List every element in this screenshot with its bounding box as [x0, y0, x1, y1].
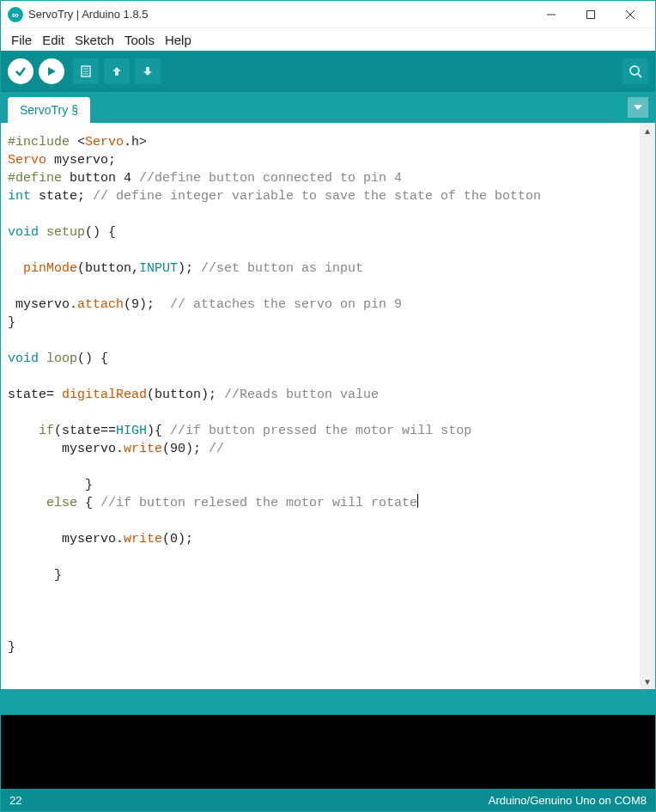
code-token: button — [62, 171, 116, 186]
code-token: state= — [8, 388, 62, 402]
code-token: //Reads button value — [216, 388, 379, 402]
code-token: () { — [85, 225, 116, 240]
code-token: < — [70, 135, 85, 150]
code-token: write — [124, 532, 162, 546]
code-token: INPUT — [139, 261, 178, 276]
svg-marker-4 — [48, 67, 56, 76]
code-token: // define integer variable to save the s… — [85, 189, 541, 204]
open-button[interactable] — [104, 58, 130, 84]
editor-area: #include <Servo.h> Servo myservo; #defin… — [1, 123, 655, 689]
code-token: //define button connected to pin 4 — [131, 171, 402, 186]
code-token: } — [8, 315, 15, 330]
code-token: Servo — [8, 153, 46, 168]
verify-button[interactable] — [8, 58, 33, 84]
status-line-number: 22 — [9, 794, 21, 807]
code-token — [8, 261, 23, 276]
window-title: ServoTry | Arduino 1.8.5 — [28, 8, 148, 21]
code-token: //if button pressed the motor will stop — [170, 424, 471, 438]
code-token: { — [77, 496, 100, 510]
tab-servotry[interactable]: ServoTry § — [8, 97, 90, 123]
minimize-button[interactable] — [531, 2, 571, 27]
code-token: int — [8, 189, 31, 204]
menu-sketch[interactable]: Sketch — [70, 31, 119, 49]
code-token: setup — [39, 225, 85, 240]
save-button[interactable] — [135, 58, 161, 84]
code-token: } — [8, 568, 62, 583]
code-token: loop — [39, 351, 77, 366]
maximize-button[interactable] — [571, 2, 610, 27]
menu-tools[interactable]: Tools — [119, 31, 160, 49]
code-token: HIGH — [116, 424, 147, 438]
status-board-port: Arduino/Genuino Uno on COM8 — [489, 794, 647, 807]
code-token: (0); — [162, 532, 193, 546]
menubar: File Edit Sketch Tools Help — [1, 28, 655, 51]
code-token: state; — [31, 189, 85, 204]
code-token: myservo. — [8, 442, 124, 456]
code-token — [8, 496, 46, 510]
code-token: #define — [8, 171, 62, 186]
titlebar: ∞ ServoTry | Arduino 1.8.5 — [1, 1, 655, 28]
svg-rect-1 — [587, 10, 595, 18]
menu-edit[interactable]: Edit — [37, 31, 70, 49]
menu-file[interactable]: File — [6, 31, 37, 49]
code-token: write — [124, 442, 162, 456]
scroll-down-icon[interactable]: ▼ — [640, 674, 655, 689]
statusbar: 22 Arduino/Genuino Uno on COM8 — [1, 789, 655, 811]
console-output[interactable] — [1, 715, 655, 789]
code-token: digitalRead — [62, 388, 147, 402]
svg-line-12 — [638, 74, 641, 77]
menu-help[interactable]: Help — [160, 31, 197, 49]
tabstrip: ServoTry § — [1, 92, 655, 123]
code-token: } — [8, 478, 93, 492]
code-token: (button); — [147, 388, 216, 402]
code-token: myservo. — [8, 297, 77, 312]
code-token: // — [209, 442, 224, 456]
code-token: .h> — [124, 135, 147, 150]
code-token: attach — [77, 297, 124, 312]
svg-marker-13 — [634, 105, 642, 110]
code-token: (90); — [162, 442, 209, 456]
code-token: // attaches the servo on pin 9 — [170, 297, 402, 312]
code-token: (9); — [124, 297, 170, 312]
vertical-scrollbar[interactable]: ▲ ▼ — [640, 123, 655, 689]
code-token: //if button relesed the motor will rotat… — [100, 496, 417, 510]
code-token: if — [39, 424, 54, 438]
svg-point-11 — [630, 66, 639, 75]
code-token: //set button as input — [193, 261, 363, 276]
arduino-app-icon: ∞ — [8, 7, 23, 22]
code-token: () { — [77, 351, 108, 366]
svg-marker-10 — [143, 67, 152, 76]
code-token: void — [8, 225, 39, 240]
code-token — [8, 424, 39, 438]
scroll-up-icon[interactable]: ▲ — [640, 123, 655, 138]
toolbar — [1, 51, 655, 92]
code-token: (button, — [77, 261, 139, 276]
code-token: } — [8, 640, 15, 655]
svg-marker-9 — [112, 67, 121, 76]
code-token: 4 — [116, 171, 131, 186]
code-token: else — [46, 496, 77, 510]
new-button[interactable] — [73, 58, 99, 84]
tab-menu-button[interactable] — [628, 97, 648, 118]
code-token: ); — [178, 261, 193, 276]
close-button[interactable] — [610, 2, 650, 27]
code-token: void — [8, 351, 39, 366]
code-token: pinMode — [23, 261, 77, 276]
code-token: myservo; — [46, 153, 116, 168]
code-editor[interactable]: #include <Servo.h> Servo myservo; #defin… — [1, 123, 640, 689]
code-token: #include — [8, 135, 70, 150]
code-token: (state== — [54, 424, 116, 438]
code-token: ){ — [147, 424, 170, 438]
upload-button[interactable] — [39, 58, 64, 84]
serial-monitor-button[interactable] — [623, 58, 648, 84]
message-bar — [1, 689, 655, 715]
text-cursor — [417, 494, 418, 508]
code-token: myservo. — [8, 532, 124, 546]
code-token: Servo — [85, 135, 124, 150]
